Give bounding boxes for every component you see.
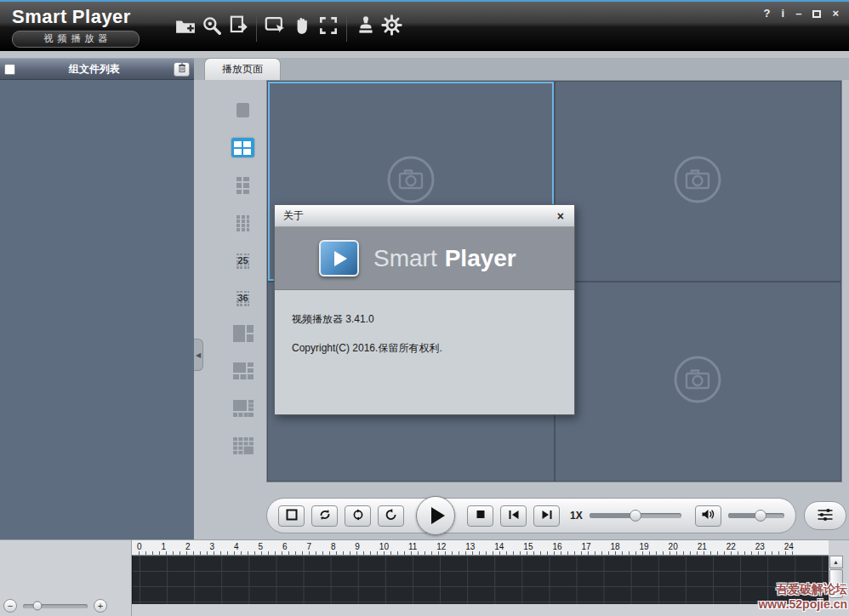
about-dialog-title: 关于 <box>283 208 556 223</box>
ruler-tick-label: 5 <box>258 542 263 551</box>
layout-split-3-button[interactable] <box>231 325 254 345</box>
layout-split-6-button[interactable] <box>231 362 254 382</box>
ruler-tick-label: 15 <box>523 542 533 551</box>
export-file-button[interactable] <box>225 16 251 37</box>
minimize-button[interactable]: – <box>795 8 801 20</box>
main-toolbar: SmartPlayer 视频播放器 <box>0 0 849 51</box>
ruler-tick-label: 18 <box>610 542 619 551</box>
ruler-tick-label: 0 <box>137 542 142 551</box>
layout-split-13-button[interactable] <box>231 437 254 457</box>
video-pane-2[interactable] <box>556 82 841 281</box>
tab-play-page[interactable]: 播放页面 <box>204 58 281 80</box>
file-list-body[interactable] <box>0 80 194 539</box>
ruler-tick-label: 12 <box>436 542 446 551</box>
timeline-left-panel: − + <box>0 540 132 616</box>
ruler-tick-label: 13 <box>465 542 475 551</box>
about-dialog-titlebar[interactable]: 关于 × <box>275 205 574 227</box>
speed-slider-knob[interactable] <box>630 510 641 522</box>
fullscreen-icon <box>317 14 339 39</box>
ruler-tick-label: 2 <box>185 542 191 551</box>
loop-button[interactable] <box>345 505 371 527</box>
layout-split-8-button[interactable] <box>231 400 254 419</box>
fullscreen-button[interactable] <box>315 16 341 37</box>
snapshot-button[interactable] <box>262 16 288 37</box>
filter-list-icon <box>817 508 834 524</box>
select-all-checkbox[interactable] <box>4 64 15 75</box>
speed-label: 1X <box>570 510 583 522</box>
panel-title: 组文件列表 <box>15 62 174 77</box>
ruler-tick-label: 17 <box>581 542 590 551</box>
ruler-tick-label: 8 <box>331 542 336 551</box>
layout-split-13-icon <box>233 437 254 457</box>
help-button[interactable]: ? <box>764 8 771 20</box>
volume-icon <box>701 509 715 522</box>
zoom-slider[interactable] <box>23 604 88 608</box>
watermark-verify-button[interactable] <box>352 16 379 37</box>
ruler-tick-label: 14 <box>494 542 504 551</box>
volume-slider-knob[interactable] <box>755 510 766 522</box>
search-icon <box>201 14 223 39</box>
video-pane-4[interactable] <box>556 282 841 482</box>
ruler-tick-label: 4 <box>234 542 239 551</box>
camera-icon <box>671 353 724 409</box>
scrollbar-thumb[interactable] <box>829 569 843 598</box>
export-document-icon <box>227 14 249 39</box>
speed-slider[interactable] <box>590 513 681 518</box>
sync-play-button[interactable] <box>311 505 338 527</box>
about-brand-band: SmartPlayer <box>275 227 574 290</box>
volume-slider[interactable] <box>728 513 784 518</box>
panel-collapse-button[interactable]: ◀ <box>194 339 203 371</box>
ruler-tick-label: 7 <box>306 542 311 551</box>
gear-icon <box>380 14 403 39</box>
volume-button[interactable] <box>695 505 721 527</box>
pan-button[interactable] <box>288 16 315 37</box>
stop-button[interactable] <box>467 505 493 527</box>
info-button[interactable]: i <box>782 8 785 20</box>
layout-36-button[interactable]: 36 <box>231 288 254 307</box>
timeline-section: − + 0 1 2 3 4 5 6 7 8 9 10 11 <box>0 539 849 616</box>
ruler-tick-label: 11 <box>408 542 417 551</box>
prev-frame-icon <box>507 509 521 523</box>
replay-icon <box>385 509 398 523</box>
snapshot-icon <box>264 14 287 38</box>
stream-settings-button[interactable] <box>804 501 846 530</box>
close-button[interactable]: × <box>832 8 839 20</box>
next-frame-button[interactable] <box>533 505 560 527</box>
layout-25-button[interactable]: 25 <box>231 250 254 270</box>
scroll-up-button[interactable]: ▲ <box>829 556 843 568</box>
about-version-text: 视频播放器 3.41.0 <box>292 312 562 327</box>
close-all-button[interactable] <box>278 505 305 527</box>
zoom-out-button[interactable]: − <box>3 599 17 613</box>
layout-16-button[interactable] <box>231 213 254 232</box>
play-button[interactable] <box>416 496 455 535</box>
settings-button[interactable] <box>379 16 405 37</box>
zoom-in-button[interactable]: + <box>94 599 107 613</box>
maximize-button[interactable] <box>812 10 821 18</box>
ruler-tick-label: 9 <box>355 542 360 551</box>
playback-bar: 1X <box>266 498 796 533</box>
open-file-button[interactable] <box>172 16 198 37</box>
zoom-slider-knob[interactable] <box>32 602 42 611</box>
tab-bar: 播放页面 <box>194 58 849 80</box>
panel-header: 组文件列表 <box>0 58 194 80</box>
timeline-grid[interactable] <box>132 556 829 604</box>
layout-1-button[interactable] <box>231 100 254 120</box>
layout-4-button[interactable] <box>231 138 254 157</box>
layout-1-icon <box>236 103 249 117</box>
ruler-tick-label: 23 <box>755 542 765 551</box>
layout-split-3-icon <box>233 325 254 345</box>
timeline-ruler: 0 1 2 3 4 5 6 7 8 9 10 11 12 13 14 15 16 <box>132 540 829 556</box>
hand-icon <box>291 14 313 39</box>
close-all-icon <box>285 509 299 523</box>
prev-frame-button[interactable] <box>500 505 527 527</box>
smart-player-logo <box>319 240 359 277</box>
layout-9-button[interactable] <box>231 175 254 195</box>
search-device-button[interactable] <box>198 16 225 37</box>
about-dialog-close-button[interactable]: × <box>556 210 566 222</box>
play-logo-icon <box>334 251 347 266</box>
folder-add-icon <box>174 15 197 38</box>
delete-list-button[interactable] <box>174 62 190 77</box>
window-controls: ? i – × <box>764 8 839 20</box>
app-logo: SmartPlayer 视频播放器 <box>5 6 172 48</box>
replay-button[interactable] <box>378 505 404 527</box>
